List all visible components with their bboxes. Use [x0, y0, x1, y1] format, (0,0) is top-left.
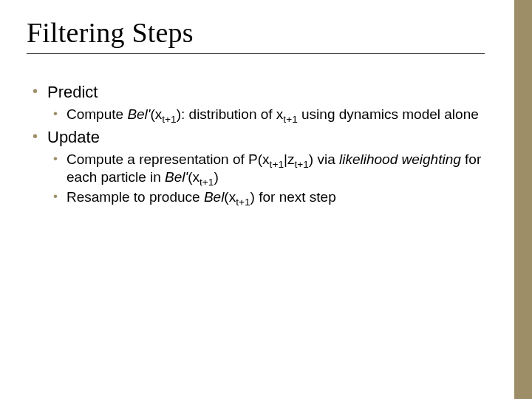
- t: ): distribution of x: [177, 106, 284, 122]
- predict-sub-1: Compute Bel'(xt+1): distribution of xt+1…: [47, 106, 485, 123]
- t: |z: [284, 151, 294, 167]
- slide-title: Filtering Steps: [27, 16, 485, 54]
- bullet-update: Update Compute a representation of P(xt+…: [27, 127, 485, 206]
- t: ) for next step: [250, 189, 336, 205]
- bullet-predict-label: Predict: [47, 83, 98, 101]
- accent-bar: [514, 0, 532, 399]
- t: t+1: [162, 113, 176, 124]
- t: Bel': [127, 106, 150, 122]
- slide-body: Filtering Steps Predict Compute Bel'(xt+…: [0, 0, 514, 206]
- t: Resample to produce: [66, 189, 204, 205]
- t: t+1: [236, 197, 250, 208]
- t: t+1: [200, 176, 214, 187]
- predict-sublist: Compute Bel'(xt+1): distribution of xt+1…: [47, 106, 485, 123]
- t: Bel: [204, 189, 224, 205]
- t: Compute: [66, 106, 127, 122]
- t: Bel': [165, 169, 188, 185]
- t: Compute a representation of P(x: [66, 151, 270, 167]
- update-sub-2: Resample to produce Bel(xt+1) for next s…: [47, 188, 485, 206]
- t: using dynamics model alone: [298, 106, 479, 122]
- update-sublist: Compute a representation of P(xt+1|zt+1)…: [47, 151, 485, 206]
- t: (x: [150, 106, 162, 122]
- t: (x: [224, 189, 236, 205]
- bullet-list: Predict Compute Bel'(xt+1): distribution…: [27, 82, 485, 206]
- bullet-update-label: Update: [47, 128, 100, 146]
- t: t+1: [283, 113, 297, 124]
- t: likelihood weighting: [339, 151, 461, 167]
- t: ): [214, 169, 218, 185]
- update-sub-1: Compute a representation of P(xt+1|zt+1)…: [47, 151, 485, 186]
- t: t+1: [294, 159, 308, 170]
- bullet-predict: Predict Compute Bel'(xt+1): distribution…: [27, 82, 485, 123]
- t: t+1: [270, 159, 284, 170]
- t: ) via: [309, 151, 339, 167]
- t: (x: [188, 169, 200, 185]
